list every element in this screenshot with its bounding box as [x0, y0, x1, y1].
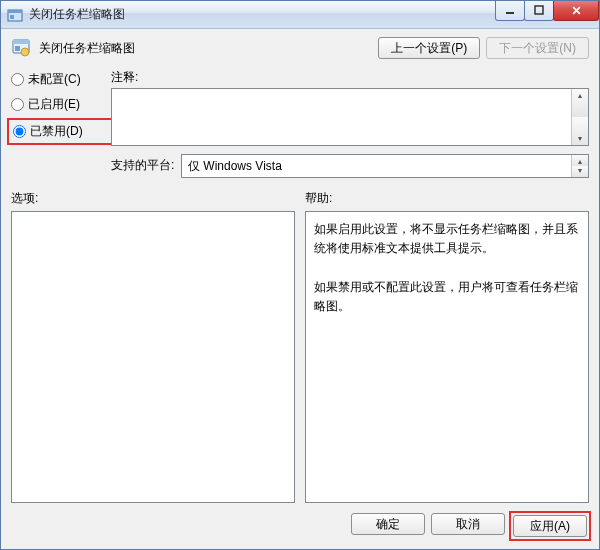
- radio-enabled[interactable]: 已启用(E): [11, 96, 111, 113]
- comment-scroll-down[interactable]: ▾: [572, 117, 588, 145]
- comment-label: 注释:: [111, 69, 589, 86]
- minimize-button[interactable]: [495, 1, 525, 21]
- prev-setting-button[interactable]: 上一个设置(P): [378, 37, 480, 59]
- window-controls: [496, 1, 599, 21]
- platform-scroll-up[interactable]: ▴: [572, 155, 588, 166]
- footer-buttons: 确定 取消 应用(A): [11, 503, 589, 539]
- maximize-button[interactable]: [524, 1, 554, 21]
- ok-button[interactable]: 确定: [351, 513, 425, 535]
- content-area: 关闭任务栏缩略图 上一个设置(P) 下一个设置(N) 未配置(C) 已启用(E): [1, 29, 599, 549]
- help-label: 帮助:: [305, 190, 589, 207]
- header-row: 关闭任务栏缩略图 上一个设置(P) 下一个设置(N): [11, 37, 589, 59]
- svg-rect-4: [535, 6, 543, 14]
- svg-rect-3: [506, 12, 514, 14]
- radio-group: 未配置(C) 已启用(E) 已禁用(D): [11, 69, 111, 142]
- options-panel: [11, 211, 295, 503]
- comment-field-wrap: ▴ ▾: [111, 88, 589, 146]
- svg-point-8: [21, 48, 29, 56]
- policy-title: 关闭任务栏缩略图: [39, 40, 378, 57]
- titlebar[interactable]: 关闭任务栏缩略图: [1, 1, 599, 29]
- radio-disabled[interactable]: 已禁用(D): [13, 123, 83, 140]
- close-button[interactable]: [553, 1, 599, 21]
- cancel-button-label: 取消: [456, 516, 480, 533]
- window-title: 关闭任务栏缩略图: [29, 6, 496, 23]
- apply-button-highlight: 应用(A): [509, 511, 591, 541]
- radio-disabled-label: 已禁用(D): [30, 123, 83, 140]
- comment-section: 注释: ▴ ▾ 支持的平台: 仅 Windows Vista ▴ ▾: [111, 69, 589, 178]
- supported-platform-text: 仅 Windows Vista: [182, 155, 571, 177]
- radio-enabled-input[interactable]: [11, 98, 24, 111]
- platform-scroll-down[interactable]: ▾: [572, 166, 588, 177]
- policy-editor-window: 关闭任务栏缩略图 关闭任务栏缩略图: [0, 0, 600, 550]
- radio-enabled-label: 已启用(E): [28, 96, 80, 113]
- radio-not-configured-label: 未配置(C): [28, 71, 81, 88]
- lower-columns: 选项: 帮助: 如果启用此设置，将不显示任务栏缩略图，并且系统将使用标准文本提供…: [11, 190, 589, 503]
- app-icon: [7, 7, 23, 23]
- supported-label: 支持的平台:: [111, 157, 181, 174]
- ok-button-label: 确定: [376, 516, 400, 533]
- supported-platform-field: 仅 Windows Vista ▴ ▾: [181, 154, 589, 178]
- svg-rect-2: [10, 15, 14, 19]
- prev-setting-label: 上一个设置(P): [391, 40, 467, 57]
- radio-disabled-input[interactable]: [13, 125, 26, 138]
- radio-not-configured-input[interactable]: [11, 73, 24, 86]
- comment-scroll: ▴ ▾: [571, 89, 588, 145]
- config-row: 未配置(C) 已启用(E) 已禁用(D) 注释:: [11, 69, 589, 178]
- apply-button[interactable]: 应用(A): [513, 515, 587, 537]
- svg-rect-7: [15, 46, 20, 51]
- apply-button-label: 应用(A): [530, 518, 570, 535]
- svg-rect-6: [13, 40, 29, 44]
- options-label: 选项:: [11, 190, 295, 207]
- help-panel: 如果启用此设置，将不显示任务栏缩略图，并且系统将使用标准文本提供工具提示。 如果…: [305, 211, 589, 503]
- help-paragraph-1: 如果启用此设置，将不显示任务栏缩略图，并且系统将使用标准文本提供工具提示。: [314, 220, 580, 258]
- radio-not-configured[interactable]: 未配置(C): [11, 71, 111, 88]
- radio-disabled-highlight: 已禁用(D): [7, 118, 115, 145]
- policy-icon: [11, 38, 31, 58]
- next-setting-button: 下一个设置(N): [486, 37, 589, 59]
- help-paragraph-2: 如果禁用或不配置此设置，用户将可查看任务栏缩略图。: [314, 278, 580, 316]
- comment-textarea[interactable]: [112, 89, 571, 145]
- svg-rect-1: [8, 10, 22, 13]
- help-column: 帮助: 如果启用此设置，将不显示任务栏缩略图，并且系统将使用标准文本提供工具提示…: [305, 190, 589, 503]
- platform-scroll: ▴ ▾: [571, 155, 588, 177]
- next-setting-label: 下一个设置(N): [499, 40, 576, 57]
- comment-scroll-up[interactable]: ▴: [572, 89, 588, 117]
- options-column: 选项:: [11, 190, 295, 503]
- cancel-button[interactable]: 取消: [431, 513, 505, 535]
